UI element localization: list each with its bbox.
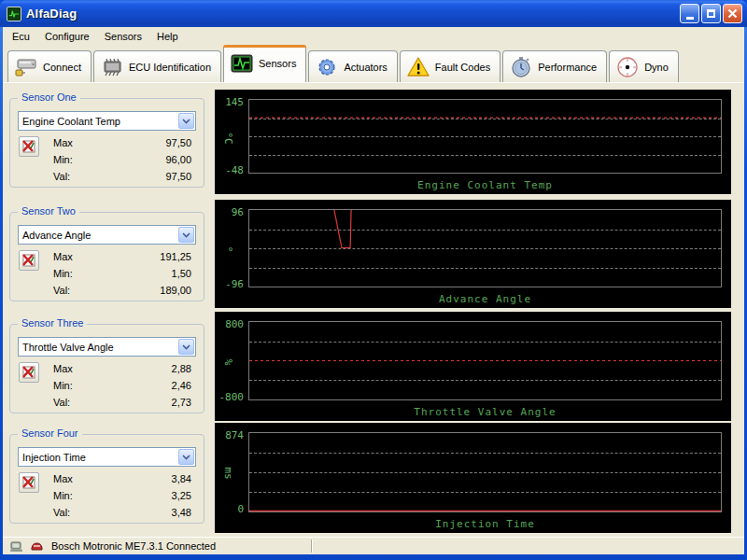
ecu-module-icon (29, 539, 44, 553)
tab-sensors-label: Sensors (259, 58, 296, 69)
tab-connect[interactable]: Connect (7, 50, 92, 82)
menu-help[interactable]: Help (149, 29, 186, 44)
max-label: Max (53, 363, 73, 374)
chevron-down-icon (182, 232, 190, 238)
max-value: 191,25 (160, 251, 191, 262)
close-button[interactable] (723, 4, 742, 23)
clear-chart-icon (21, 253, 36, 268)
sensor-one-combobox[interactable]: Engine Coolant Temp (18, 111, 196, 131)
tab-actuators[interactable]: Actuators (308, 50, 397, 82)
plot-area (248, 432, 722, 512)
menu-ecu[interactable]: Ecu (5, 29, 37, 44)
maximize-button[interactable] (701, 4, 721, 23)
maximize-icon (707, 9, 715, 18)
minimize-icon (686, 17, 694, 20)
sensor-one-group: Sensor One Engine Coolant Temp Max97,50 … (9, 98, 204, 188)
min-row: Min:96,00 (53, 151, 191, 168)
tab-strip: Connect ECU Identification (3, 45, 744, 82)
max-label: Max (53, 473, 73, 484)
sensor-two-combobox[interactable]: Advance Angle (18, 225, 196, 245)
titlebar[interactable]: AlfaDiag (0, 0, 747, 27)
val-row: Val:189,00 (53, 282, 191, 299)
tab-dyno[interactable]: Dyno (609, 50, 679, 82)
min-label: Min: (53, 154, 73, 165)
sensor-four-group: Sensor Four Injection Time Max3,84 Min:3… (9, 434, 204, 524)
sensor-one-values: Max97,50 Min:96,00 Val:97,50 (53, 134, 191, 185)
sensor-three-combobox[interactable]: Throttle Valve Angle (18, 337, 196, 357)
plot-area (248, 321, 722, 400)
min-value: 96,00 (165, 154, 191, 165)
y-axis-max-label: 96 (215, 206, 244, 218)
chart-title: Engine Coolant Temp (248, 179, 722, 191)
sensor-three-caption: Sensor Three (18, 317, 87, 329)
max-value: 2,88 (172, 363, 191, 374)
min-row: Min:2,46 (53, 377, 191, 394)
sensor-four-values: Max3,84 Min:3,25 Val:3,48 (53, 470, 191, 521)
max-row: Max2,88 (53, 360, 191, 377)
minimize-button[interactable] (680, 4, 699, 23)
connection-status-text: Bosch Motronic ME7.3.1 Connected (51, 540, 216, 552)
min-label: Min: (53, 268, 73, 279)
sensor-three-dropdown-button[interactable] (178, 339, 194, 355)
sensor-three-selected: Throttle Valve Angle (19, 342, 177, 353)
app-icon (7, 7, 21, 21)
sensor-four-combobox[interactable]: Injection Time (18, 447, 196, 467)
sensor-four-selected: Injection Time (19, 452, 177, 463)
val-value: 3,48 (172, 507, 191, 518)
y-axis-min-label: 0 (215, 503, 244, 515)
sensor-three-clear-button[interactable] (19, 362, 39, 383)
sensor-one-dropdown-button[interactable] (178, 113, 194, 129)
y-axis-min-label: -800 (215, 391, 244, 403)
sensor-two-caption: Sensor Two (18, 205, 79, 217)
max-row: Max3,84 (53, 470, 191, 487)
chevron-down-icon (182, 344, 190, 350)
dyno-gauge-icon (615, 56, 640, 78)
tab-connect-label: Connect (43, 62, 81, 73)
sensor-two-clear-button[interactable] (19, 250, 39, 271)
tab-sensors[interactable]: Sensors (223, 45, 306, 82)
val-label: Val: (53, 171, 70, 182)
connect-icon (14, 56, 38, 78)
sensor-trace (249, 433, 721, 511)
sensor-three-values: Max2,88 Min:2,46 Val:2,73 (53, 360, 191, 411)
sensor-two-dropdown-button[interactable] (178, 227, 194, 243)
sensor-two-selected: Advance Angle (19, 230, 177, 241)
sensor-one-selected: Engine Coolant Temp (19, 116, 177, 127)
chart-advance-angle: 96 ° -96 Advance Angle (215, 200, 731, 308)
menu-configure[interactable]: Configure (37, 29, 97, 44)
tab-performance[interactable]: Performance (502, 50, 607, 82)
sensor-four-clear-button[interactable] (19, 472, 39, 493)
tab-ecu-identification[interactable]: ECU Identification (93, 50, 221, 82)
chevron-down-icon (182, 119, 190, 124)
y-axis-min-label: -48 (215, 164, 244, 176)
tab-fault-codes-label: Fault Codes (435, 62, 490, 73)
chart-engine-coolant-temp: 145 °C -48 Engine Coolant Temp (215, 90, 731, 194)
min-value: 3,25 (172, 490, 191, 501)
y-axis-unit-label: ms (222, 468, 234, 480)
window-frame: AlfaDiag Ecu Configure Sensors Help (0, 0, 747, 560)
sensor-four-dropdown-button[interactable] (178, 449, 194, 465)
statusbar-divider (311, 539, 312, 553)
max-row: Max191,25 (53, 248, 191, 265)
plot-area (248, 99, 722, 174)
min-value: 2,46 (172, 380, 191, 391)
val-label: Val: (53, 507, 70, 518)
fault-codes-warning-icon (406, 56, 430, 78)
val-label: Val: (53, 285, 70, 296)
tab-ecu-identification-label: ECU Identification (129, 62, 211, 73)
min-row: Min:3,25 (53, 487, 191, 504)
y-axis-unit-label: ° (222, 246, 234, 253)
sensors-page: Sensor One Engine Coolant Temp Max97,50 … (3, 82, 744, 537)
plot-area (248, 209, 722, 287)
val-value: 189,00 (160, 285, 191, 296)
sensor-one-clear-button[interactable] (19, 136, 39, 157)
menu-sensors[interactable]: Sensors (97, 29, 149, 44)
y-axis-max-label: 145 (215, 96, 244, 108)
val-row: Val:97,50 (53, 168, 191, 185)
val-row: Val:2,73 (53, 394, 191, 411)
val-label: Val: (53, 397, 70, 408)
tab-fault-codes[interactable]: Fault Codes (400, 50, 500, 82)
menubar: Ecu Configure Sensors Help (3, 27, 744, 45)
sensors-oscilloscope-icon (230, 52, 254, 75)
y-axis-unit-label: °C (222, 132, 234, 144)
